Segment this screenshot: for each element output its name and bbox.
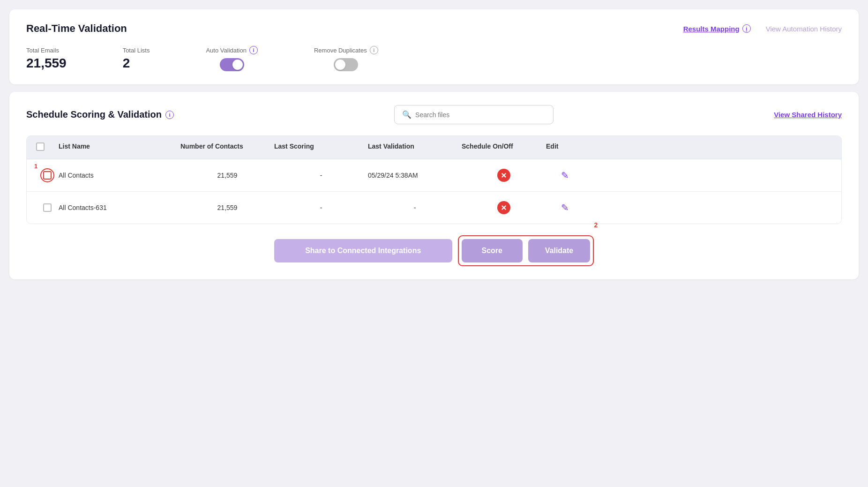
row1-num-contacts: 21,559 <box>180 172 274 179</box>
auto-validation-info-icon[interactable]: i <box>249 46 258 54</box>
remove-duplicates-label: Remove Duplicates <box>314 47 367 54</box>
row1-checkbox-cell: 1 <box>36 171 59 180</box>
schedule-scoring-card: Schedule Scoring & Validation i 🔍 View S… <box>9 92 859 279</box>
row1-list-name: All Contacts <box>59 172 180 179</box>
row1-edit[interactable]: ✎ <box>546 170 584 181</box>
row1-last-validation: 05/29/24 5:38AM <box>368 172 462 179</box>
table-header: List Name Number of Contacts Last Scorin… <box>27 136 841 159</box>
row2-schedule-toggle <box>462 201 546 214</box>
row2-schedule-off-icon[interactable] <box>497 201 510 214</box>
bottom-card-header: Schedule Scoring & Validation i 🔍 View S… <box>26 105 842 124</box>
col-list-name: List Name <box>59 142 180 152</box>
remove-duplicates-info-icon[interactable]: i <box>370 46 378 54</box>
auto-validation-toggle-group: Auto Validation i <box>206 46 258 71</box>
row1-edit-icon[interactable]: ✎ <box>561 170 569 181</box>
view-shared-history-link[interactable]: View Shared History <box>774 111 842 119</box>
real-time-validation-card: Real-Time Validation Results Mapping i V… <box>9 9 859 84</box>
score-button[interactable]: Score <box>462 239 523 262</box>
total-lists-stat: Total Lists 2 <box>123 47 150 71</box>
results-mapping-info-icon[interactable]: i <box>742 24 751 33</box>
header-actions: Results Mapping i View Automation Histor… <box>683 24 842 33</box>
total-emails-value: 21,559 <box>26 56 67 71</box>
annotation-2: 2 <box>594 221 598 229</box>
row2-edit[interactable]: ✎ <box>546 202 584 213</box>
row1-schedule-off-icon[interactable] <box>497 169 510 182</box>
row2-edit-icon[interactable]: ✎ <box>561 202 569 213</box>
search-icon: 🔍 <box>402 110 412 119</box>
row2-checkbox[interactable] <box>43 203 52 212</box>
section-title: Schedule Scoring & Validation <box>26 109 162 120</box>
remove-duplicates-label-row: Remove Duplicates i <box>314 46 378 54</box>
search-input[interactable] <box>415 111 546 119</box>
validate-button[interactable]: Validate <box>528 239 590 262</box>
stats-row: Total Emails 21,559 Total Lists 2 Auto V… <box>26 46 842 71</box>
col-edit: Edit <box>546 142 584 152</box>
row2-checkbox-cell <box>36 203 59 212</box>
row2-last-scoring: - <box>274 204 368 211</box>
section-title-row: Schedule Scoring & Validation i <box>26 109 174 120</box>
col-last-validation: Last Validation <box>368 142 462 152</box>
auto-validation-label-row: Auto Validation i <box>206 46 258 54</box>
col-last-scoring: Last Scoring <box>274 142 368 152</box>
auto-validation-toggle[interactable] <box>220 58 244 71</box>
total-emails-label: Total Emails <box>26 47 67 54</box>
row2-last-validation: - <box>368 204 462 211</box>
page-title: Real-Time Validation <box>26 22 127 35</box>
action-buttons-row: Share to Connected Integrations 2 Score … <box>26 235 842 266</box>
table-row: 1 All Contacts 21,559 - 05/29/24 5:38AM … <box>27 159 841 192</box>
total-lists-label: Total Lists <box>123 47 150 54</box>
annotation-1: 1 <box>34 163 37 170</box>
top-card-header: Real-Time Validation Results Mapping i V… <box>26 22 842 35</box>
col-checkbox <box>36 142 59 152</box>
row2-num-contacts: 21,559 <box>180 204 274 211</box>
search-box[interactable]: 🔍 <box>394 105 554 124</box>
auto-validation-label: Auto Validation <box>206 47 247 54</box>
auto-validation-knob <box>232 60 243 70</box>
row1-checkbox[interactable] <box>43 171 52 180</box>
results-mapping-link[interactable]: Results Mapping i <box>683 24 751 33</box>
total-emails-stat: Total Emails 21,559 <box>26 47 67 71</box>
col-schedule: Schedule On/Off <box>462 142 546 152</box>
schedule-table: List Name Number of Contacts Last Scorin… <box>26 135 842 224</box>
table-row: All Contacts-631 21,559 - - ✎ <box>27 192 841 224</box>
share-integrations-button[interactable]: Share to Connected Integrations <box>274 239 452 262</box>
view-automation-history-link[interactable]: View Automation History <box>766 25 842 33</box>
section-title-info-icon[interactable]: i <box>165 111 174 119</box>
remove-duplicates-toggle-group: Remove Duplicates i <box>314 46 378 71</box>
remove-duplicates-knob <box>335 60 345 70</box>
row2-list-name: All Contacts-631 <box>59 204 180 211</box>
row1-last-scoring: - <box>274 172 368 179</box>
row1-schedule-toggle <box>462 169 546 182</box>
remove-duplicates-toggle[interactable] <box>334 58 358 71</box>
results-mapping-label: Results Mapping <box>683 25 740 33</box>
select-all-checkbox[interactable] <box>36 142 45 151</box>
score-validate-group: 2 Score Validate <box>458 235 594 266</box>
col-num-contacts: Number of Contacts <box>180 142 274 152</box>
total-lists-value: 2 <box>123 56 150 71</box>
